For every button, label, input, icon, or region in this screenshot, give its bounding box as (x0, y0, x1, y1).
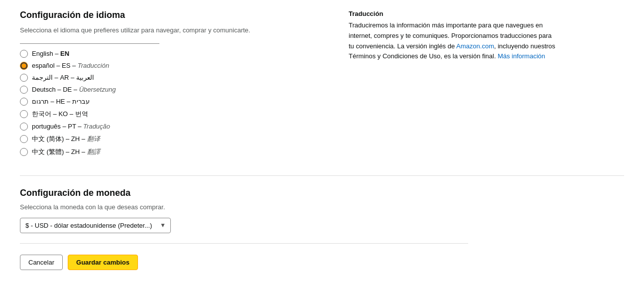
language-label-de: Deutsch – DE – Übersetzung (32, 86, 116, 93)
currency-section: Configuración de moneda Selecciona la mo… (20, 176, 468, 244)
language-radio-he[interactable] (20, 98, 28, 106)
language-section-title: Configuración de idioma (20, 10, 319, 20)
language-radio-en[interactable] (20, 50, 28, 58)
translation-label-zh-s: 翻译 (87, 135, 100, 143)
language-radio-es[interactable] (20, 62, 28, 70)
language-label-en: English – EN (32, 50, 69, 57)
traduccion-title: Traducción (349, 10, 558, 17)
language-label-ar: الترجمة – AR – العربية (32, 74, 94, 81)
language-radio-zh-t[interactable] (20, 148, 28, 156)
language-radio-ko[interactable] (20, 110, 28, 118)
translation-label-zh-t: 翻譯 (87, 148, 100, 155)
amazon-link[interactable]: Amazon.com (456, 42, 494, 50)
language-section-description: Selecciona el idioma que prefieres utili… (20, 25, 319, 35)
language-label-pt: português – PT – Tradução (32, 123, 110, 130)
language-option-es[interactable]: español – ES – Traducción (20, 62, 319, 70)
page-container: Configuración de idioma Selecciona el id… (0, 0, 644, 285)
traduccion-section: Traducción Traduciremos la información m… (349, 10, 558, 160)
cancel-button[interactable]: Cancelar (20, 255, 63, 270)
more-info-link[interactable]: Más información (498, 52, 545, 60)
language-divider (20, 43, 159, 44)
language-config-left: Configuración de idioma Selecciona el id… (20, 10, 319, 160)
language-option-ko[interactable]: 한국어 – KO – 번역 (20, 110, 319, 119)
language-option-de[interactable]: Deutsch – DE – Übersetzung (20, 86, 319, 94)
save-button[interactable]: Guardar cambios (68, 255, 138, 270)
language-option-en[interactable]: English – EN (20, 50, 319, 58)
currency-select[interactable]: $ - USD - dólar estadounidense (Predeter… (20, 218, 171, 233)
language-radio-pt[interactable] (20, 123, 28, 131)
language-option-zh-s[interactable]: 中文 (简体) – ZH – 翻译 (20, 135, 319, 144)
language-option-he[interactable]: תרגום – HE – עברית (20, 98, 319, 106)
currency-select-wrapper: $ - USD - dólar estadounidense (Predeter… (20, 218, 171, 233)
language-label-es: español – ES – Traducción (32, 62, 109, 69)
language-label-he: תרגום – HE – עברית (32, 98, 90, 105)
language-radio-de[interactable] (20, 86, 28, 94)
footer-buttons: Cancelar Guardar cambios (20, 244, 624, 270)
currency-section-title: Configuración de moneda (20, 188, 468, 198)
language-option-zh-t[interactable]: 中文 (繁體) – ZH – 翻譯 (20, 147, 319, 156)
traduccion-description: Traduciremos la información más importan… (349, 20, 558, 62)
language-label-zh-s: 中文 (简体) – ZH – 翻译 (32, 135, 100, 144)
language-section: Configuración de idioma Selecciona el id… (20, 10, 624, 176)
language-label-ko: 한국어 – KO – 번역 (32, 110, 88, 119)
translation-label-de: Übersetzung (79, 86, 116, 93)
currency-section-description: Selecciona la moneda con la que deseas c… (20, 203, 468, 211)
translation-label-es: Traducción (78, 62, 109, 69)
language-radio-zh-s[interactable] (20, 135, 28, 143)
translation-label-pt: Tradução (83, 123, 110, 130)
language-option-pt[interactable]: português – PT – Tradução (20, 123, 319, 131)
language-label-zh-t: 中文 (繁體) – ZH – 翻譯 (32, 147, 100, 156)
language-radio-ar[interactable] (20, 74, 28, 82)
language-option-ar[interactable]: الترجمة – AR – العربية (20, 74, 319, 82)
